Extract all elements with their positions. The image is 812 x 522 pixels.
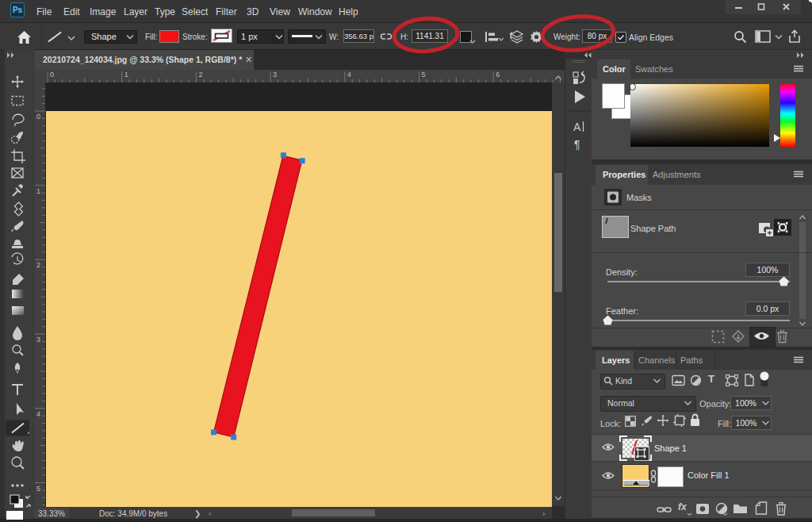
svg-text:5: 5 <box>36 485 40 493</box>
svg-text:A: A <box>573 121 581 133</box>
svg-text:2: 2 <box>36 261 40 269</box>
svg-text:1: 1 <box>36 187 40 195</box>
svg-text:0: 0 <box>36 113 40 121</box>
svg-text:4: 4 <box>36 410 40 418</box>
svg-text:¶: ¶ <box>574 138 580 151</box>
svg-text:3: 3 <box>36 336 40 344</box>
